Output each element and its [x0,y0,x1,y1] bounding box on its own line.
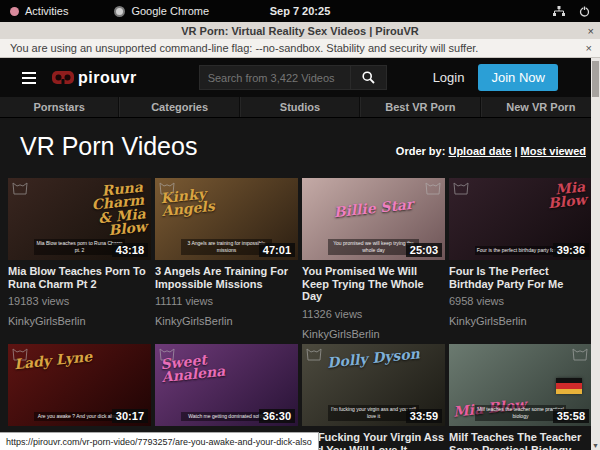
video-studio-link[interactable]: KinkyGirlsBerlin [155,315,298,327]
video-views: 11326 views [302,308,445,320]
video-duration-badge: 39:36 [553,243,589,257]
order-by-controls: Order by: Upload date | Most viewed [396,145,586,157]
nav-item-best-vr-porn[interactable]: Best VR Porn [360,97,480,117]
order-upload-date-link[interactable]: Upload date [448,145,511,157]
menu-hamburger-icon[interactable] [22,72,36,84]
clock[interactable]: Sep 7 20:25 [0,5,600,17]
tab-close-icon[interactable]: × [588,25,594,37]
order-most-viewed-link[interactable]: Most viewed [521,145,586,157]
video-thumbnail[interactable]: Sweet Analena Watch me getting dominated… [155,344,298,426]
video-title[interactable]: Im Fucking Your Virgin Ass And You Will … [302,431,445,450]
video-card[interactable]: Mia Blow Four is the perfect birthday pa… [449,178,592,340]
studio-watermark-icon [12,347,28,365]
order-separator: | [514,145,517,157]
browser-tab-bar: VR Porn: Virtual Reality Sex Videos | Pi… [0,22,600,39]
video-title[interactable]: Milf Teaches The Teacher Some Practical … [449,431,592,450]
search-input[interactable] [199,65,351,90]
video-duration-badge: 47:01 [259,243,295,257]
video-title[interactable]: Four Is The Perfect Birthday Party For M… [449,265,592,290]
thumbnail-overlay-name: Runa Charm & Mia Blow [72,180,147,240]
nav-item-pornstars[interactable]: Pornstars [0,97,119,117]
site-logo-text: pirouvr [78,69,137,87]
browser-viewport: pirouvr Login Join Now Pornstars Categor… [0,58,600,450]
infobar-message: You are using an unsupported command-lin… [10,42,478,54]
video-thumbnail[interactable]: Dolly Dyson I'm fucking your virgin ass … [302,344,445,426]
page-title: VR Porn Videos [20,132,197,161]
video-studio-link[interactable]: KinkyGirlsBerlin [449,315,592,327]
video-views: 19183 views [8,295,151,307]
vr-goggles-icon [52,71,74,84]
video-card[interactable]: Kinky Angels 3 Angels are training for i… [155,178,298,340]
studio-watermark-icon [159,181,175,199]
main-nav: Pornstars Categories Studios Best VR Por… [0,97,600,118]
video-duration-badge: 33:59 [406,409,442,423]
video-thumbnail[interactable]: Billie Star You promised we will keep tr… [302,178,445,260]
studio-watermark-icon [159,347,175,365]
search-icon [362,71,375,84]
video-title[interactable]: You Promised We Will Keep Trying The Who… [302,265,445,303]
video-thumbnail[interactable]: Lady Lyne Are you awake ? And your dick … [8,344,151,426]
video-duration-badge: 35:58 [553,409,589,423]
video-views: 6958 views [449,295,592,307]
site-header: pirouvr Login Join Now [0,58,600,97]
infobar-close-icon[interactable]: × [586,42,592,54]
power-icon[interactable] [579,6,590,17]
studio-watermark-icon [12,181,28,199]
video-thumbnail[interactable]: Mia Blow Milf teaches the teacher some p… [449,344,592,426]
login-link[interactable]: Login [433,70,465,85]
video-thumbnail[interactable]: Runa Charm & Mia Blow Mia Blow teaches p… [8,178,151,260]
site-logo[interactable]: pirouvr [52,69,137,87]
video-studio-link[interactable]: KinkyGirlsBerlin [302,328,445,340]
studio-watermark-icon [453,181,469,199]
german-flag-icon [556,378,582,394]
scrollbar-down-arrow-icon[interactable]: ▼ [591,442,600,449]
join-now-button[interactable]: Join Now [478,64,557,91]
video-duration-badge: 36:30 [259,409,295,423]
thumbnail-overlay-name: Billie Star [302,195,445,223]
video-card[interactable]: Billie Star You promised we will keep tr… [302,178,445,340]
tab-title[interactable]: VR Porn: Virtual Reality Sex Videos | Pi… [0,25,600,37]
video-card[interactable]: Dolly Dyson I'm fucking your virgin ass … [302,344,445,450]
video-studio-link[interactable]: KinkyGirlsBerlin [8,315,151,327]
thumbnail-overlay-name: Dolly Dyson [302,344,445,372]
video-title[interactable]: Mia Blow Teaches Porn To Runa Charm Pt 2 [8,265,151,290]
thumbnail-overlay-name: Mia Blow [515,180,587,214]
video-card[interactable]: Mia Blow Milf teaches the teacher some p… [449,344,592,450]
page-scrollbar[interactable]: ▼ [591,58,600,450]
system-top-bar: Activities Google Chrome Sep 7 20:25 [0,0,600,22]
search-button[interactable] [351,65,387,90]
scrollbar-thumb[interactable] [592,61,599,97]
video-title[interactable]: 3 Angels Are Training For Impossible Mis… [155,265,298,290]
network-icon[interactable] [553,6,565,17]
video-thumbnail[interactable]: Mia Blow Four is the perfect birthday pa… [449,178,592,260]
order-by-label: Order by: [396,145,446,157]
video-views: 11111 views [155,295,298,307]
studio-watermark-icon [306,347,322,365]
search-bar [199,65,387,90]
nav-item-new-vr-porn[interactable]: New VR Porn [481,97,600,117]
studio-watermark-icon [572,347,588,365]
studio-watermark-icon [425,181,441,199]
video-duration-badge: 43:18 [112,243,148,257]
video-grid: Runa Charm & Mia Blow Mia Blow teaches p… [8,178,588,450]
chrome-infobar: You are using an unsupported command-lin… [0,39,600,58]
video-duration-badge: 30:17 [112,409,148,423]
browser-status-bar: https://pirouvr.com/vr-porn-video/779325… [0,432,319,450]
video-duration-badge: 25:03 [406,243,442,257]
video-card[interactable]: Runa Charm & Mia Blow Mia Blow teaches p… [8,178,151,340]
status-url: https://pirouvr.com/vr-porn-video/779325… [6,437,312,447]
nav-item-studios[interactable]: Studios [240,97,360,117]
video-thumbnail[interactable]: Kinky Angels 3 Angels are training for i… [155,178,298,260]
nav-item-categories[interactable]: Categories [119,97,239,117]
